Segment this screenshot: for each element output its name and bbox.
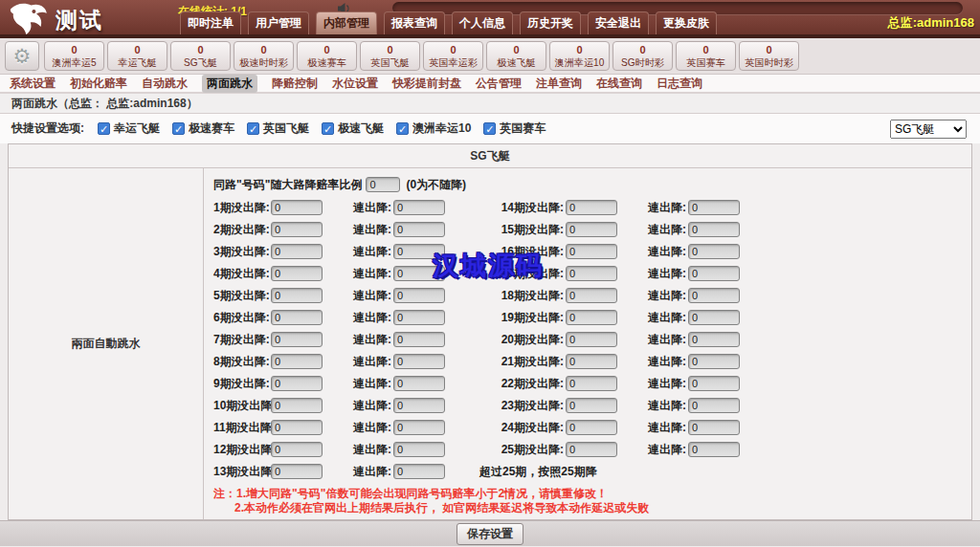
- menu-item-内部管理[interactable]: 内部管理: [316, 11, 377, 34]
- chain-drop-input[interactable]: [393, 354, 445, 369]
- submenu-item-日志查询[interactable]: 日志查询: [657, 76, 702, 92]
- period-miss-input[interactable]: [271, 442, 323, 457]
- period-miss-input[interactable]: [271, 222, 323, 237]
- chain-drop-input[interactable]: [393, 200, 445, 215]
- chain-drop-input[interactable]: [688, 420, 740, 435]
- period-miss-input[interactable]: [566, 288, 617, 303]
- settings-gear-button[interactable]: ⚙: [5, 41, 39, 71]
- period-miss-input[interactable]: [271, 354, 323, 369]
- checkbox-icon[interactable]: ✓: [172, 122, 185, 135]
- period-miss-input[interactable]: [271, 288, 323, 303]
- submenu-item-两面跳水[interactable]: 两面跳水: [202, 75, 257, 93]
- quick-option-极速飞艇[interactable]: ✓极速飞艇: [322, 120, 384, 137]
- ratio-input[interactable]: [366, 177, 400, 192]
- game-tab-SG时时彩[interactable]: 0SG时时彩: [612, 41, 673, 71]
- submenu-item-公告管理[interactable]: 公告管理: [476, 76, 522, 92]
- game-tab-极速赛车[interactable]: 0极速赛车: [297, 41, 357, 71]
- checkbox-icon[interactable]: ✓: [98, 122, 110, 135]
- submenu-item-快彩提前封盘[interactable]: 快彩提前封盘: [392, 76, 461, 92]
- game-tab-极速时时彩[interactable]: 0极速时时彩: [234, 41, 294, 71]
- submenu-item-自动跳水[interactable]: 自动跳水: [142, 76, 188, 92]
- save-settings-button[interactable]: 保存设置: [457, 523, 523, 545]
- period-miss-input[interactable]: [566, 442, 617, 457]
- chain-drop-input[interactable]: [393, 288, 445, 303]
- period-miss-input[interactable]: [566, 332, 617, 347]
- game-tab-极速飞艇[interactable]: 0极速飞艇: [486, 41, 546, 71]
- chain-drop-input[interactable]: [393, 420, 445, 435]
- menu-item-即时注单[interactable]: 即时注单: [180, 11, 241, 34]
- checkbox-label: 极速飞艇: [338, 120, 384, 137]
- quick-option-幸运飞艇[interactable]: ✓幸运飞艇: [98, 120, 160, 137]
- period-miss-input[interactable]: [566, 310, 617, 325]
- period-miss-input[interactable]: [566, 376, 617, 391]
- period-miss-input[interactable]: [271, 398, 323, 413]
- quick-option-澳洲幸运10[interactable]: ✓澳洲幸运10: [396, 120, 471, 137]
- game-tab-英国飞艇[interactable]: 0英国飞艇: [360, 41, 420, 71]
- period-miss-input[interactable]: [271, 200, 323, 215]
- chain-drop-input[interactable]: [393, 376, 445, 391]
- submenu-item-初始化赔率[interactable]: 初始化赔率: [70, 76, 127, 92]
- chain-drop-input[interactable]: [393, 310, 445, 325]
- game-tab-澳洲幸运10[interactable]: 0澳洲幸运10: [549, 41, 610, 71]
- chain-drop-input[interactable]: [393, 332, 445, 347]
- chain-drop-input[interactable]: [688, 222, 740, 237]
- period-miss-input[interactable]: [566, 200, 617, 215]
- period-miss-input[interactable]: [566, 420, 617, 435]
- menu-item-个人信息[interactable]: 个人信息: [452, 11, 513, 34]
- period-miss-input[interactable]: [566, 222, 617, 237]
- chain-drop-input[interactable]: [688, 398, 740, 413]
- chain-drop-input[interactable]: [393, 398, 445, 413]
- chain-drop-input[interactable]: [688, 244, 740, 259]
- period-miss-input[interactable]: [271, 464, 323, 479]
- checkbox-icon[interactable]: ✓: [247, 122, 259, 135]
- submenu-item-降赔控制[interactable]: 降赔控制: [272, 76, 318, 92]
- menu-item-报表查询[interactable]: 报表查询: [384, 11, 445, 34]
- checkbox-icon[interactable]: ✓: [483, 122, 496, 135]
- menu-item-安全退出[interactable]: 安全退出: [588, 11, 649, 34]
- period-miss-input[interactable]: [271, 420, 323, 435]
- game-tab-label: SG时时彩: [615, 57, 669, 69]
- submenu-item-在线查询[interactable]: 在线查询: [596, 76, 642, 92]
- checkbox-icon[interactable]: ✓: [322, 122, 334, 135]
- quick-option-英国赛车[interactable]: ✓英国赛车: [483, 120, 546, 137]
- period-miss-input[interactable]: [566, 354, 617, 369]
- chain-drop-input[interactable]: [393, 442, 445, 457]
- chain-drop-input[interactable]: [393, 222, 445, 237]
- chain-drop-input[interactable]: [688, 288, 740, 303]
- submenu-item-系统设置[interactable]: 系统设置: [10, 76, 56, 92]
- menu-item-用户管理[interactable]: 用户管理: [248, 11, 309, 34]
- chain-drop-input[interactable]: [688, 376, 740, 391]
- period-miss-input[interactable]: [271, 266, 323, 281]
- game-tab-SG飞艇[interactable]: 0SG飞艇: [170, 41, 231, 71]
- chain-drop-input[interactable]: [688, 310, 740, 325]
- menu-item-更换皮肤[interactable]: 更换皮肤: [656, 11, 717, 34]
- game-tab-澳洲幸运5[interactable]: 0澳洲幸运5: [44, 41, 104, 71]
- checkbox-icon[interactable]: ✓: [396, 122, 409, 135]
- quick-option-极速赛车[interactable]: ✓极速赛车: [172, 120, 234, 137]
- chain-drop-input[interactable]: [688, 354, 740, 369]
- game-tab-幸运飞艇[interactable]: 0幸运飞艇: [107, 41, 167, 71]
- chain-drop-label: 連出降:: [642, 376, 686, 392]
- period-miss-input[interactable]: [566, 398, 617, 413]
- game-select[interactable]: SG飞艇: [890, 120, 967, 139]
- period-miss-input[interactable]: [271, 244, 323, 259]
- game-tab-英国赛车[interactable]: 0英国赛车: [676, 41, 736, 71]
- quick-option-英国飞艇[interactable]: ✓英国飞艇: [247, 120, 309, 137]
- period-miss-input[interactable]: [566, 244, 617, 259]
- submenu-item-注单查询[interactable]: 注单查询: [536, 76, 582, 92]
- period-miss-input[interactable]: [271, 332, 323, 347]
- chain-drop-input[interactable]: [688, 200, 740, 215]
- chain-drop-label: 連出降:: [642, 332, 686, 348]
- period-miss-input[interactable]: [271, 376, 323, 391]
- chain-drop-input[interactable]: [393, 464, 445, 479]
- period-row: 10期没出降:連出降:23期没出降:連出降:: [213, 398, 971, 413]
- menu-item-历史开奖[interactable]: 历史开奖: [520, 11, 581, 34]
- game-tab-英国幸运彩[interactable]: 0英国幸运彩: [423, 41, 483, 71]
- period-miss-input[interactable]: [271, 310, 323, 325]
- submenu-item-水位设置[interactable]: 水位设置: [332, 76, 378, 92]
- chain-drop-input[interactable]: [688, 442, 740, 457]
- period-miss-input[interactable]: [566, 266, 617, 281]
- chain-drop-input[interactable]: [688, 266, 740, 281]
- chain-drop-input[interactable]: [688, 332, 740, 347]
- game-tab-英国时时彩[interactable]: 0英国时时彩: [739, 41, 799, 71]
